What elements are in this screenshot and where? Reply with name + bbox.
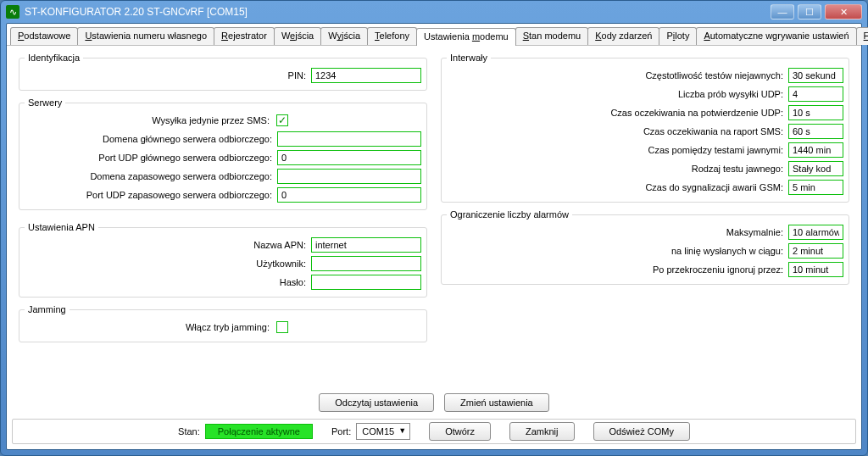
- int-r7-input[interactable]: [788, 180, 843, 195]
- int-r4-label: Czas oczekiwania na raport SMS:: [447, 126, 788, 136]
- group-interwaly-title: Interwały: [447, 53, 491, 63]
- lim-r2-label: na linię wysłanych w ciągu:: [447, 246, 788, 256]
- int-r7-label: Czas do sygnalizacji awarii GSM:: [447, 182, 788, 192]
- group-serwery: Serwery Wysyłka jedynie przez SMS: Domen…: [19, 97, 427, 210]
- int-r1-label: Częstotliwość testów niejawnych:: [447, 70, 788, 81]
- action-buttons: Odczytaj ustawienia Zmień ustawienia: [12, 393, 856, 412]
- lim-r1-input[interactable]: [788, 225, 843, 240]
- apn-nazwa-label: Nazwa APN:: [25, 240, 311, 250]
- pin-input[interactable]: [311, 68, 421, 83]
- tab-auto-wgrywanie[interactable]: Automatyczne wgrywanie ustawień: [696, 27, 856, 45]
- lim-r2-input[interactable]: [788, 243, 843, 259]
- group-apn-title: Ustawienia APN: [25, 222, 98, 232]
- group-apn: Ustawienia APN Nazwa APN: Użytkownik: Ha…: [19, 222, 427, 298]
- int-r2-input[interactable]: [788, 86, 843, 102]
- int-r3-input[interactable]: [788, 105, 843, 120]
- write-settings-button[interactable]: Zmień ustawienia: [444, 393, 549, 412]
- int-r5-input[interactable]: [788, 142, 843, 158]
- port-combo[interactable]: COM15: [356, 423, 410, 440]
- port-glowny-input[interactable]: [277, 150, 421, 165]
- close-button[interactable]: ✕: [825, 4, 862, 19]
- tab-stan-modemu[interactable]: Stan modemu: [515, 27, 589, 45]
- tab-podstawowe[interactable]: Podstawowe: [10, 27, 78, 45]
- titlebar: ∿ ST-KONFIGURATOR 2.20 ST-GNCvRF [COM15]…: [1, 1, 867, 23]
- tab-strip: Podstawowe Ustawienia numeru własnego Re…: [7, 24, 861, 46]
- app-icon: ∿: [6, 5, 19, 19]
- stan-label: Stan:: [178, 426, 200, 437]
- tab-piloty[interactable]: Piloty: [659, 27, 697, 45]
- tab-rejestrator[interactable]: Rejestrator: [214, 27, 275, 45]
- domena-zap-label: Domena zapasowego serwera odbiorczego:: [25, 171, 277, 181]
- window-title: ST-KONFIGURATOR 2.20 ST-GNCvRF [COM15]: [25, 6, 771, 18]
- group-jamming-title: Jamming: [25, 304, 70, 314]
- read-settings-button[interactable]: Odczytaj ustawienia: [319, 393, 434, 412]
- int-r1-input[interactable]: [788, 68, 843, 83]
- status-bar: Stan: Połączenie aktywne Port: COM15 Otw…: [12, 419, 856, 444]
- int-r4-input[interactable]: [788, 124, 843, 139]
- int-r5-label: Czas pomiędzy testami jawnymi:: [447, 145, 788, 155]
- lim-r3-input[interactable]: [788, 262, 843, 277]
- app-window: ∿ ST-KONFIGURATOR 2.20 ST-GNCvRF [COM15]…: [0, 0, 868, 456]
- tab-wejscia[interactable]: Wejścia: [274, 27, 321, 45]
- window-controls: — ☐ ✕: [771, 4, 862, 19]
- port-label: Port:: [331, 426, 351, 437]
- open-port-button[interactable]: Otwórz: [429, 422, 491, 441]
- tab-ustawienia-modemu[interactable]: Ustawienia modemu: [416, 28, 516, 46]
- close-port-button[interactable]: Zamknij: [509, 422, 575, 441]
- client-area: Podstawowe Ustawienia numeru własnego Re…: [6, 23, 862, 450]
- jamming-enable-label: Włącz tryb jamming:: [25, 322, 275, 332]
- minimize-button[interactable]: —: [771, 4, 794, 19]
- int-r2-label: Liczba prób wysyłki UDP:: [447, 89, 788, 99]
- port-glowny-label: Port UDP głównego serwera odbiorczego:: [25, 153, 277, 163]
- domena-glowny-label: Domena głównego serwera odbiorczego:: [25, 134, 277, 144]
- apn-pass-label: Hasło:: [25, 277, 311, 287]
- sms-only-checkbox[interactable]: [276, 114, 288, 126]
- tab-firmware[interactable]: Firmware: [856, 27, 868, 45]
- sms-only-label: Wysyłka jedynie przez SMS:: [25, 115, 275, 125]
- port-zap-input[interactable]: [277, 187, 421, 203]
- group-limity: Ograniczenie liczby alarmów Maksymalnie:…: [441, 209, 849, 285]
- tab-wyjscia[interactable]: Wyjścia: [320, 27, 368, 45]
- domena-zap-input[interactable]: [277, 169, 421, 184]
- group-limity-title: Ograniczenie liczby alarmów: [447, 209, 572, 220]
- int-r6-label: Rodzaj testu jawnego:: [447, 164, 788, 174]
- tab-ustawienia-numeru[interactable]: Ustawienia numeru własnego: [77, 27, 214, 45]
- left-column: Identyfikacja PIN: Serwery Wysyłka jedyn…: [12, 49, 434, 415]
- lim-r1-label: Maksymalnie:: [447, 227, 788, 237]
- group-identyfikacja: Identyfikacja PIN:: [19, 53, 427, 91]
- int-r3-label: Czas oczekiwania na potwierdzenie UDP:: [447, 108, 788, 118]
- tab-kody-zdarzen[interactable]: Kody zdarzeń: [587, 27, 659, 45]
- group-interwaly: Interwały Częstotliwość testów niejawnyc…: [441, 53, 849, 203]
- apn-pass-input[interactable]: [311, 275, 421, 290]
- pin-label: PIN:: [25, 70, 311, 81]
- lim-r3-label: Po przekroczeniu ignoruj przez:: [447, 264, 788, 275]
- tab-content: Identyfikacja PIN: Serwery Wysyłka jedyn…: [12, 49, 856, 415]
- apn-user-input[interactable]: [311, 256, 421, 271]
- apn-nazwa-input[interactable]: [311, 237, 421, 253]
- refresh-coms-button[interactable]: Odśwież COMy: [593, 422, 690, 441]
- tab-telefony[interactable]: Telefony: [367, 27, 417, 45]
- group-serwery-title: Serwery: [25, 97, 65, 108]
- connection-status: Połączenie aktywne: [205, 424, 313, 439]
- apn-user-label: Użytkownik:: [25, 259, 311, 269]
- int-r6-input[interactable]: [788, 161, 843, 176]
- group-jamming: Jamming Włącz tryb jamming:: [19, 304, 427, 342]
- port-zap-label: Port UDP zapasowego serwera odbiorczego:: [25, 190, 277, 200]
- right-column: Interwały Częstotliwość testów niejawnyc…: [434, 49, 856, 415]
- jamming-enable-checkbox[interactable]: [276, 321, 288, 333]
- maximize-button[interactable]: ☐: [798, 4, 821, 19]
- domena-glowny-input[interactable]: [277, 131, 421, 147]
- group-identyfikacja-title: Identyfikacja: [25, 53, 83, 63]
- port-combo-value: COM15: [362, 426, 394, 437]
